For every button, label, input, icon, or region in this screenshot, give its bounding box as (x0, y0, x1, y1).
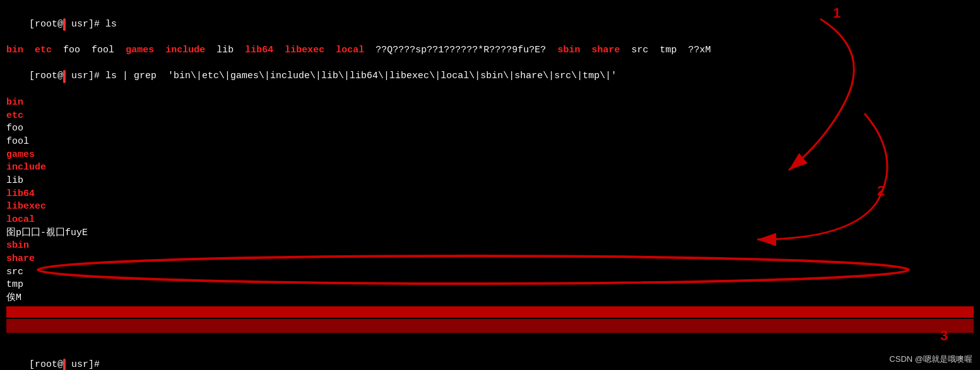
line-redbar1 (6, 306, 974, 318)
line-include: include (6, 161, 974, 175)
line-etc: etc (6, 110, 974, 123)
watermark: CSDN @嗯就是哦噢喔 (889, 354, 972, 365)
line-local: local (6, 214, 974, 227)
line-tmp: tmp (6, 279, 974, 292)
line-games: games (6, 149, 974, 162)
line-foo: foo (6, 122, 974, 136)
line-3: [root@​​​​​​​​​​​​​​​​​​​​ usr]# ls | gr… (6, 57, 974, 96)
line-special: 囹p囗囗-覩囗fuyE (6, 227, 974, 240)
line-special2: 俟M (6, 292, 974, 305)
line-prompt3: [root@​​​​​​​​​​​​​​​​​​​​ usr]# (6, 346, 974, 371)
terminal: [root@​​​​​​​​​​​​​​​​​​​​ usr]# ls bin … (0, 0, 980, 370)
line-lib: lib (6, 175, 974, 188)
line-redbar2 (6, 319, 974, 333)
line-fool: fool (6, 136, 974, 149)
line-1: [root@​​​​​​​​​​​​​​​​​​​​ usr]# ls (6, 5, 974, 44)
line-2: bin etc foo fool games include lib lib64… (6, 44, 974, 57)
prompt-1: [root@ (29, 19, 63, 30)
line-lib64: lib64 (6, 188, 974, 201)
line-libexec: libexec (6, 200, 974, 214)
line-src: src (6, 266, 974, 279)
line-bin: bin (6, 96, 974, 110)
line-sbin: sbin (6, 240, 974, 253)
prompt-1b: usr]# ls (66, 19, 117, 30)
line-blank (6, 333, 974, 346)
line-share: share (6, 253, 974, 266)
